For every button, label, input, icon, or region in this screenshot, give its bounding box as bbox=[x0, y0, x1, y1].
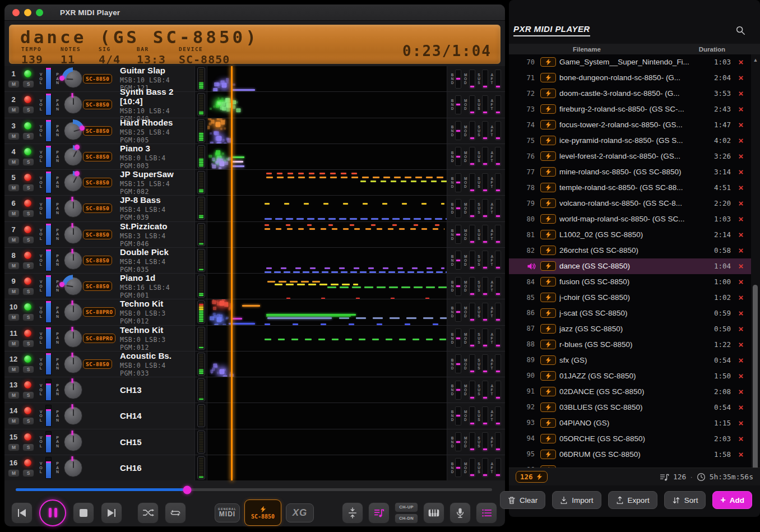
playlist-row-remove-button[interactable]: × bbox=[731, 151, 751, 161]
solo-button[interactable]: S bbox=[22, 288, 34, 295]
playlist-row-remove-button[interactable]: × bbox=[731, 230, 751, 239]
pan-knob[interactable] bbox=[62, 378, 83, 401]
solo-button[interactable]: S bbox=[22, 366, 34, 373]
cc-slider-bnd[interactable]: B N D bbox=[451, 251, 462, 270]
channel-down-button[interactable]: CH-DN bbox=[395, 514, 418, 524]
scrollbar-thumb[interactable] bbox=[753, 285, 758, 470]
channel-activity-led[interactable] bbox=[24, 303, 31, 311]
solo-button[interactable]: S bbox=[22, 106, 34, 114]
cc-slider-bnd[interactable]: B N D bbox=[451, 458, 462, 477]
cc-slider-mod[interactable]: M O D bbox=[464, 329, 475, 348]
volume-fader[interactable] bbox=[45, 172, 52, 193]
mute-button[interactable]: M bbox=[8, 184, 20, 192]
cc-slider-sus[interactable]: S U S bbox=[478, 458, 488, 477]
cc-slider-bnd[interactable]: B N D bbox=[451, 432, 462, 451]
general-midi-module-button[interactable]: GENERAL MIDI bbox=[215, 503, 240, 522]
cc-slider-sus[interactable]: S U S bbox=[478, 277, 488, 296]
playlist-row-remove-button[interactable]: × bbox=[731, 57, 751, 67]
volume-fader[interactable] bbox=[45, 431, 52, 453]
playlist-row-remove-button[interactable]: × bbox=[731, 120, 751, 129]
volume-fader[interactable] bbox=[45, 327, 52, 349]
cc-slider-aft[interactable]: A F T bbox=[491, 458, 502, 477]
pan-knob[interactable] bbox=[62, 93, 83, 116]
playlist-row-remove-button[interactable]: × bbox=[731, 418, 751, 428]
cc-slider-sus[interactable]: S U S bbox=[478, 251, 488, 270]
playlist-row[interactable]: 87 jazz (GS SC-8850) 0:50 × bbox=[509, 321, 751, 336]
playlist-row[interactable]: 85 j-choir (GS SC-8850) 1:02 × bbox=[509, 290, 751, 306]
playlist-row[interactable]: 78 temple-roland-sc-8850- (GS SC-88... 4… bbox=[509, 180, 751, 196]
solo-button[interactable]: S bbox=[22, 184, 34, 192]
playlist-row-remove-button[interactable]: × bbox=[731, 340, 751, 349]
song-progress-slider[interactable] bbox=[16, 488, 492, 491]
mute-button[interactable]: M bbox=[8, 106, 20, 114]
volume-fader[interactable] bbox=[45, 68, 52, 90]
playlist-row[interactable]: dance (GS SC-8850) 1:04 × bbox=[509, 258, 751, 274]
cc-slider-bnd[interactable]: B N D bbox=[451, 354, 462, 373]
cc-slider-sus[interactable]: S U S bbox=[478, 225, 488, 244]
playlist-row-remove-button[interactable]: × bbox=[731, 73, 751, 82]
mute-button[interactable]: M bbox=[8, 262, 20, 270]
progress-handle[interactable] bbox=[183, 485, 192, 494]
cc-slider-mod[interactable]: M O D bbox=[464, 277, 475, 296]
playlist-row-remove-button[interactable]: × bbox=[731, 277, 751, 286]
playlist-row[interactable]: 84 fusion (GS SC-8850) 1:00 × bbox=[509, 274, 751, 290]
previous-track-button[interactable] bbox=[11, 502, 33, 524]
pan-knob[interactable] bbox=[62, 67, 83, 90]
import-playlist-button[interactable]: Import bbox=[552, 491, 601, 509]
cc-slider-aft[interactable]: A F T bbox=[491, 277, 502, 296]
pause-button[interactable] bbox=[39, 499, 66, 526]
channel-activity-led[interactable] bbox=[24, 200, 31, 207]
solo-button[interactable]: S bbox=[22, 236, 34, 244]
playlist-row-remove-button[interactable]: × bbox=[731, 167, 751, 177]
playlist-row[interactable]: 80 world-map-roland-sc-8850- (GS SC... 1… bbox=[509, 211, 751, 227]
cc-slider-aft[interactable]: A F T bbox=[491, 251, 502, 270]
cc-slider-aft[interactable]: A F T bbox=[491, 121, 502, 140]
mute-button[interactable]: M bbox=[8, 236, 20, 244]
pan-knob[interactable] bbox=[62, 197, 83, 220]
cc-slider-aft[interactable]: A F T bbox=[491, 432, 502, 451]
playlist-row-remove-button[interactable]: × bbox=[731, 403, 751, 412]
channel-activity-led[interactable] bbox=[24, 381, 31, 388]
playlist-row[interactable]: 90 01JAZZ (GS SC-8850) 1:50 × bbox=[509, 368, 751, 383]
cc-slider-aft[interactable]: A F T bbox=[491, 406, 502, 425]
cc-slider-mod[interactable]: M O D bbox=[464, 354, 475, 373]
cc-slider-mod[interactable]: M O D bbox=[464, 95, 475, 114]
playlist-row[interactable]: 91 02DANCE (GS SC-8850) 2:08 × bbox=[509, 383, 751, 399]
zoom-window-button[interactable] bbox=[36, 9, 43, 16]
mute-button[interactable]: M bbox=[8, 366, 20, 373]
playlist-row[interactable]: 86 j-scat (GS SC-8850) 0:59 × bbox=[509, 306, 751, 321]
playlist-row[interactable]: 71 bone-dungeon-roland-sc-8850- (G... 2:… bbox=[509, 70, 751, 86]
playlist-row[interactable]: 93 04PIANO (GS) 1:15 × bbox=[509, 415, 751, 431]
playlist-row[interactable]: 88 r-blues (GS SC-8850) 1:22 × bbox=[509, 336, 751, 352]
cc-slider-bnd[interactable]: B N D bbox=[451, 225, 462, 244]
cc-slider-bnd[interactable]: B N D bbox=[451, 381, 462, 400]
solo-button[interactable]: S bbox=[22, 158, 34, 166]
mute-button[interactable]: M bbox=[8, 469, 20, 477]
volume-fader[interactable] bbox=[45, 275, 52, 297]
mute-button[interactable]: M bbox=[8, 288, 20, 295]
playlist-row-remove-button[interactable]: × bbox=[731, 293, 751, 302]
cc-slider-mod[interactable]: M O D bbox=[464, 147, 475, 166]
keyboard-view-button[interactable] bbox=[423, 502, 444, 524]
cc-slider-sus[interactable]: S U S bbox=[478, 329, 488, 348]
playlist-row-remove-button[interactable]: × bbox=[731, 104, 751, 114]
sc-8850-module-button[interactable]: SC-8850 bbox=[244, 499, 281, 526]
cc-slider-mod[interactable]: M O D bbox=[464, 173, 475, 192]
sort-playlist-button[interactable]: Sort bbox=[664, 491, 706, 509]
channel-activity-led[interactable] bbox=[24, 226, 31, 233]
playlist-row[interactable]: 81 L1002_02 (GS SC-8850) 2:14 × bbox=[509, 227, 751, 243]
cc-slider-aft[interactable]: A F T bbox=[491, 95, 502, 114]
playlist-row[interactable]: 79 volcano-roland-sc-8850- (GS SC-8... 2… bbox=[509, 196, 751, 211]
volume-fader[interactable] bbox=[45, 457, 52, 479]
cc-slider-bnd[interactable]: B N D bbox=[451, 303, 462, 322]
solo-button[interactable]: S bbox=[22, 340, 34, 348]
mute-button[interactable]: M bbox=[8, 80, 20, 88]
volume-fader[interactable] bbox=[45, 353, 52, 375]
playlist-row[interactable]: 92 03BLUES (GS SC-8850) 0:54 × bbox=[509, 399, 751, 415]
window-titlebar[interactable]: PXR MIDI Player bbox=[4, 4, 505, 21]
playlist-row-remove-button[interactable]: × bbox=[731, 434, 751, 443]
cc-slider-aft[interactable]: A F T bbox=[491, 225, 502, 244]
scroll-up-arrow[interactable]: ▲ bbox=[753, 57, 758, 63]
playlist-toggle-button[interactable] bbox=[476, 502, 497, 524]
cc-slider-mod[interactable]: M O D bbox=[464, 458, 475, 477]
